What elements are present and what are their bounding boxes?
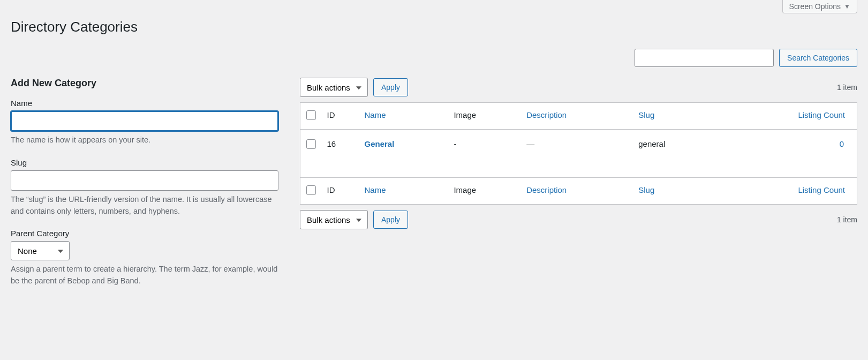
name-input[interactable] [11,111,278,131]
col-id-foot: ID [322,178,359,205]
parent-select[interactable]: None [11,241,70,260]
row-id: 16 [322,130,359,178]
screen-options-button[interactable]: Screen Options ▼ [782,0,857,13]
page-title: Directory Categories [11,19,857,35]
row-checkbox[interactable] [306,139,316,149]
select-all-top[interactable] [306,110,316,120]
screen-options-label: Screen Options [789,2,841,11]
chevron-down-icon: ▼ [844,3,850,10]
col-listing-count[interactable]: Listing Count [715,103,857,130]
item-count-bottom: 1 item [837,215,857,224]
slug-input[interactable] [11,170,278,191]
row-count-link[interactable]: 0 [840,139,844,148]
col-listing-count-foot[interactable]: Listing Count [715,178,857,205]
col-slug[interactable]: Slug [633,103,715,130]
row-slug: general [633,130,715,178]
bulk-actions-select-top[interactable]: Bulk actions [300,78,368,97]
col-image: Image [448,103,521,130]
search-categories-button[interactable]: Search Categories [779,49,857,67]
col-image-foot: Image [448,178,521,205]
bulk-actions-select-bottom[interactable]: Bulk actions [300,210,368,229]
item-count-top: 1 item [837,83,857,92]
categories-table: ID Name Image Description Slug Listing C… [300,102,857,205]
slug-label: Slug [11,158,278,167]
col-id: ID [322,103,359,130]
add-new-heading: Add New Category [11,78,278,89]
row-name-link[interactable]: General [365,139,395,148]
col-name[interactable]: Name [359,103,449,130]
slug-desc: The “slug” is the URL-friendly version o… [11,194,278,218]
col-slug-foot[interactable]: Slug [633,178,715,205]
apply-button-bottom[interactable]: Apply [373,211,408,229]
name-desc: The name is how it appears on your site. [11,134,278,146]
row-description: — [521,130,633,178]
table-row: 16 General - — general 0 [300,130,857,178]
col-description[interactable]: Description [521,103,633,130]
col-description-foot[interactable]: Description [521,178,633,205]
parent-label: Parent Category [11,229,278,238]
col-name-foot[interactable]: Name [359,178,449,205]
parent-desc: Assign a parent term to create a hierarc… [11,264,278,287]
select-all-bottom[interactable] [306,185,316,195]
apply-button-top[interactable]: Apply [373,78,408,96]
name-label: Name [11,99,278,108]
row-image: - [448,130,521,178]
search-input[interactable] [635,49,774,67]
